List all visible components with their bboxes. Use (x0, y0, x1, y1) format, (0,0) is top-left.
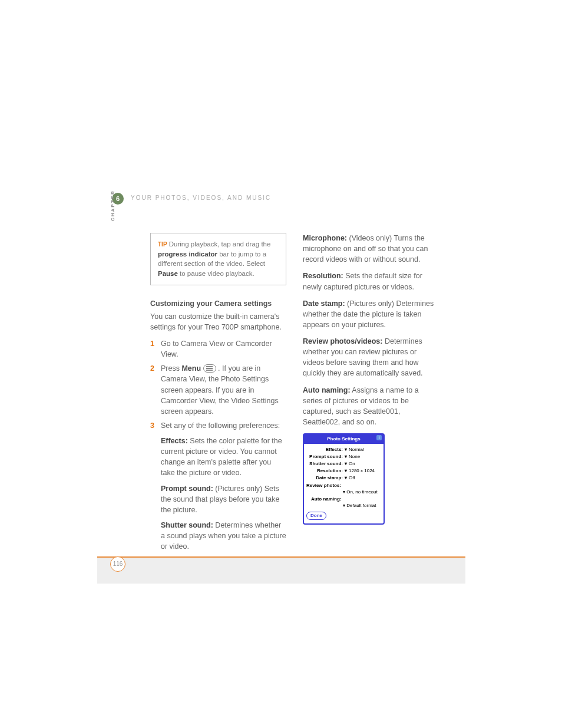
sub-heading: Customizing your Camera settings (150, 298, 286, 309)
term: Prompt sound: (161, 485, 213, 493)
row-prompt: Prompt sound:▾None (306, 453, 381, 460)
step-body: Set any of the following preferences: (161, 420, 286, 431)
row-auto-label: Auto naming: (311, 496, 381, 503)
def-shutter: Shutter sound: Determines whether a soun… (161, 520, 286, 552)
val: Default format (346, 503, 376, 508)
lbl: Resolution: (306, 467, 343, 475)
row-resolution: Resolution:▾1280 x 1024 (306, 467, 381, 475)
def-date: Date stamp: (Pictures only) Determines w… (303, 298, 439, 330)
right-column: Microphone: (Videos only) Turns the micr… (303, 233, 439, 556)
lbl: Shutter sound: (306, 460, 343, 467)
step-body: Go to Camera View or Camcorder View. (161, 338, 286, 360)
step-num: 2 (150, 363, 161, 417)
row-datestamp: Date stamp:▾Off (306, 475, 381, 482)
row-shutter: Shutter sound:▾On (306, 460, 381, 467)
chevron-down-icon: ▾ (345, 446, 347, 453)
def-res: Resolution: Sets the default size for ne… (303, 271, 439, 292)
row-effects: Effects:▾Normal (306, 446, 381, 453)
info-icon: i (376, 435, 382, 440)
def-auto: Auto naming: Assigns a name to a series … (303, 385, 439, 428)
chevron-down-icon: ▾ (345, 475, 347, 482)
def-mic: Microphone: (Videos only) Turns the micr… (303, 233, 439, 265)
term: Effects: (161, 437, 188, 445)
def-review: Review photos/videos: Determines whether… (303, 336, 439, 379)
row-review-label: Review photos: (306, 482, 381, 489)
row-auto-value: ▾ Default format (343, 502, 381, 509)
def-effects: Effects: Sets the color palette for the … (161, 436, 286, 479)
val: 1280 x 1024 (349, 467, 375, 475)
step2-pre: Press (161, 364, 181, 373)
intro-para: You can customize the built-in camera's … (150, 311, 286, 332)
val: On (349, 460, 355, 467)
tip-bold-2: Pause (158, 270, 178, 277)
step-body: Press Menu . If you are in Camera View, … (161, 363, 286, 417)
val: Normal (349, 446, 364, 453)
chevron-down-icon: ▾ (345, 467, 347, 475)
val: On, no timeout (346, 489, 377, 495)
term: Resolution: (303, 272, 343, 280)
tip-bold-1: progress indicator (158, 251, 217, 258)
term: Microphone: (303, 234, 347, 242)
term: Review photos/videos: (303, 337, 382, 345)
term: Date stamp: (303, 299, 345, 308)
menu-icon (203, 364, 216, 373)
val: Off (349, 475, 355, 482)
done-button: Done (306, 512, 326, 520)
left-column: TIP During playback, tap and drag the pr… (150, 233, 286, 556)
page-number: 116 (110, 556, 125, 572)
tip-text-3: to pause video playback. (178, 270, 254, 277)
chapter-label: CHAPTER (110, 190, 115, 221)
lbl: Effects: (306, 446, 343, 453)
def-prompt: Prompt sound: (Pictures only) Sets the s… (161, 483, 286, 515)
section-header: YOUR PHOTOS, VIDEOS, AND MUSIC (131, 195, 271, 201)
val: None (349, 453, 360, 460)
screenshot-body: Effects:▾Normal Prompt sound:▾None Shutt… (304, 444, 384, 523)
screenshot-title: Photo Settings i (304, 434, 384, 444)
tip-text-1: During playback, tap and drag the (169, 241, 271, 248)
step-1: 1 Go to Camera View or Camcorder View. (150, 338, 286, 360)
chevron-down-icon: ▾ (345, 453, 347, 460)
settings-screenshot: Photo Settings i Effects:▾Normal Prompt … (303, 433, 385, 525)
step2-bold: Menu (181, 364, 201, 373)
screenshot-title-text: Photo Settings (327, 436, 360, 442)
term: Auto naming: (303, 386, 351, 394)
step-2: 2 Press Menu . If you are in Camera View… (150, 363, 286, 417)
step-3: 3 Set any of the following preferences: (150, 420, 286, 431)
row-review-value: ▾ On, no timeout (343, 489, 381, 496)
term: Shutter sound: (161, 521, 213, 529)
step-num: 1 (150, 338, 161, 360)
lbl: Date stamp: (306, 475, 343, 482)
lbl: Prompt sound: (306, 453, 343, 460)
step-num: 3 (150, 420, 161, 431)
tip-label: TIP (158, 241, 167, 248)
footer-band (97, 558, 465, 584)
chevron-down-icon: ▾ (345, 460, 347, 467)
tip-box: TIP During playback, tap and drag the pr… (150, 233, 286, 285)
